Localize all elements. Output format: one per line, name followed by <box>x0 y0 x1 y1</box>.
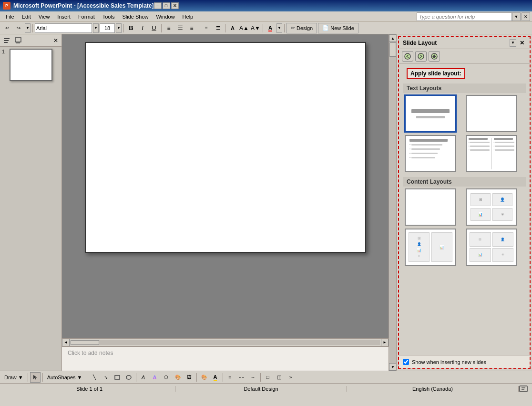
menu-edit[interactable]: Edit <box>18 13 35 21</box>
slide-thumbnail-1[interactable]: 1 <box>2 49 60 81</box>
3d-button[interactable]: ◫ <box>274 372 285 383</box>
autoshapes-button[interactable]: AutoShapes ▼ <box>45 372 85 383</box>
dash-style-button[interactable]: - - <box>236 372 247 383</box>
nav-forward-button[interactable] <box>415 51 427 62</box>
menu-window[interactable]: Window <box>152 13 178 21</box>
rect-tool-button[interactable] <box>112 372 123 383</box>
menu-file[interactable]: File <box>2 13 18 21</box>
font-color-button[interactable]: A <box>227 23 238 33</box>
layout-thumb-two-column[interactable]: • • • • • • <box>466 135 517 172</box>
layout-thumb-content-icons[interactable]: ⊞ 👤 📊 ✳ <box>466 188 517 226</box>
layout-thumb-blank[interactable] <box>466 95 517 132</box>
wordart-button[interactable]: A <box>150 372 160 383</box>
menu-format[interactable]: Format <box>74 13 99 21</box>
increase-font-button[interactable]: A▲ <box>239 23 249 33</box>
slides-tab[interactable] <box>13 36 23 45</box>
center-and-right: ◄ ► Click to add notes ▲ ▼ <box>62 34 532 371</box>
slide-layout-panel: Slide Layout ▼ ✕ <box>396 34 532 371</box>
menu-view[interactable]: View <box>35 13 54 21</box>
more-button[interactable]: » <box>286 372 296 383</box>
align-left-button[interactable]: ≡ <box>164 23 174 33</box>
scroll-up-button[interactable]: ▲ <box>389 34 397 42</box>
fill-color-button[interactable]: 🎨 <box>199 372 209 383</box>
panel-close-button[interactable]: ✕ <box>52 37 60 44</box>
new-slide-button[interactable]: 📄 New Slide <box>318 23 358 33</box>
layout-thumb-title-slide[interactable] <box>405 95 456 132</box>
apply-layout-section: Apply slide layout: <box>399 63 530 82</box>
bold-button[interactable]: B <box>126 23 136 33</box>
undo-dropdown[interactable]: ▼ <box>25 23 31 33</box>
bullet-list-button[interactable]: ☰ <box>213 23 223 33</box>
scroll-thumb[interactable] <box>389 42 396 57</box>
content-layouts-grid: ⊞ 👤 📊 ✳ ⊞ <box>405 188 524 266</box>
title-bar-line <box>411 109 450 113</box>
text-color-dropdown[interactable]: ▼ <box>276 23 282 33</box>
close-help-button[interactable]: ✕ <box>522 12 530 21</box>
scroll-track[interactable] <box>389 42 396 363</box>
font-name-box[interactable]: Arial <box>35 23 92 33</box>
arrow-style-button[interactable]: → <box>248 372 258 383</box>
three-box-3: 📊 <box>470 248 491 262</box>
icons-grid: ⊞ 👤 📊 ✳ <box>467 189 516 225</box>
font-size-box[interactable]: 18 <box>100 23 115 33</box>
panel-dropdown-button[interactable]: ▼ <box>510 39 516 47</box>
menu-help[interactable]: Help <box>179 13 197 21</box>
slide-canvas[interactable] <box>85 42 366 253</box>
separator-3 <box>161 24 162 32</box>
draw-dropdown-button[interactable]: Draw ▼ <box>2 372 26 383</box>
menu-insert[interactable]: Insert <box>53 13 74 21</box>
nav-back-button[interactable] <box>402 51 413 62</box>
text-color-button[interactable]: A <box>265 23 276 33</box>
layout-thumb-content-blank[interactable] <box>405 188 456 226</box>
col-right: • • • <box>494 138 515 169</box>
maximize-button[interactable]: □ <box>163 2 170 9</box>
h-scroll-track[interactable] <box>71 340 380 345</box>
arrow-tool-button[interactable]: ↘ <box>101 372 111 383</box>
select-arrow-button[interactable] <box>30 372 41 383</box>
help-dropdown-button[interactable]: ▼ <box>512 12 521 21</box>
align-center-button[interactable]: ☰ <box>175 23 185 33</box>
design-button[interactable]: ✏ Design <box>286 23 317 33</box>
decrease-font-button[interactable]: A▼ <box>250 23 261 33</box>
close-button[interactable]: ✕ <box>171 2 179 9</box>
picture-button[interactable]: 🖼 <box>184 372 194 383</box>
line-style-button[interactable]: ≡ <box>225 372 235 383</box>
undo-button[interactable]: ↩ <box>2 23 12 33</box>
menu-tools[interactable]: Tools <box>99 13 119 21</box>
show-when-inserting-label: Show when inserting new slides <box>412 359 486 365</box>
slide-info-text: Slide 1 of 1 <box>76 386 102 392</box>
scroll-left-button[interactable]: ◄ <box>62 339 70 346</box>
scroll-right-button[interactable]: ► <box>381 339 389 346</box>
show-when-inserting-checkbox[interactable] <box>403 359 409 365</box>
diagram-button[interactable]: ⬡ <box>161 372 172 383</box>
notes-area[interactable]: Click to add notes <box>62 346 389 371</box>
menu-slideshow[interactable]: Slide Show <box>118 13 152 21</box>
shadow-button[interactable]: □ <box>263 372 273 383</box>
font-color-button-draw[interactable]: A <box>210 372 221 383</box>
redo-button[interactable]: ↪ <box>13 23 24 33</box>
font-name-dropdown[interactable]: ▼ <box>93 23 99 33</box>
line-tool-button[interactable]: ╲ <box>89 372 100 383</box>
three-box-1: ⊞ <box>470 232 491 247</box>
panel-close-button[interactable]: ✕ <box>518 39 526 47</box>
scroll-down-button[interactable]: ▼ <box>389 363 397 371</box>
nav-home-button[interactable] <box>429 51 440 62</box>
icon-box-4: ✳ <box>492 208 512 221</box>
underline-button[interactable]: U <box>149 23 159 33</box>
italic-button[interactable]: I <box>137 23 148 33</box>
layout-thumb-title-content[interactable]: • • • • <box>405 135 456 172</box>
textbox-button[interactable]: A <box>138 372 149 383</box>
oval-tool-button[interactable] <box>123 372 134 383</box>
h-scroll-thumb[interactable] <box>71 340 99 345</box>
minimize-button[interactable]: – <box>154 2 162 9</box>
align-right-button[interactable]: ≡ <box>186 23 197 33</box>
outline-tab[interactable] <box>2 36 11 45</box>
layout-thumb-three-content[interactable]: ⊞ 👤 📊 ✳ <box>466 229 517 266</box>
layouts-scroll-area[interactable]: Text Layouts <box>399 82 530 355</box>
slides-list: 1 <box>0 47 61 371</box>
help-input[interactable] <box>417 12 512 21</box>
numbered-list-button[interactable]: ≡ <box>201 23 212 33</box>
clipart-button[interactable]: 🎨 <box>173 372 183 383</box>
layout-thumb-two-content[interactable]: ⊞ 👤 📊 ✳ 📊 <box>405 229 456 266</box>
font-size-dropdown[interactable]: ▼ <box>116 23 122 33</box>
